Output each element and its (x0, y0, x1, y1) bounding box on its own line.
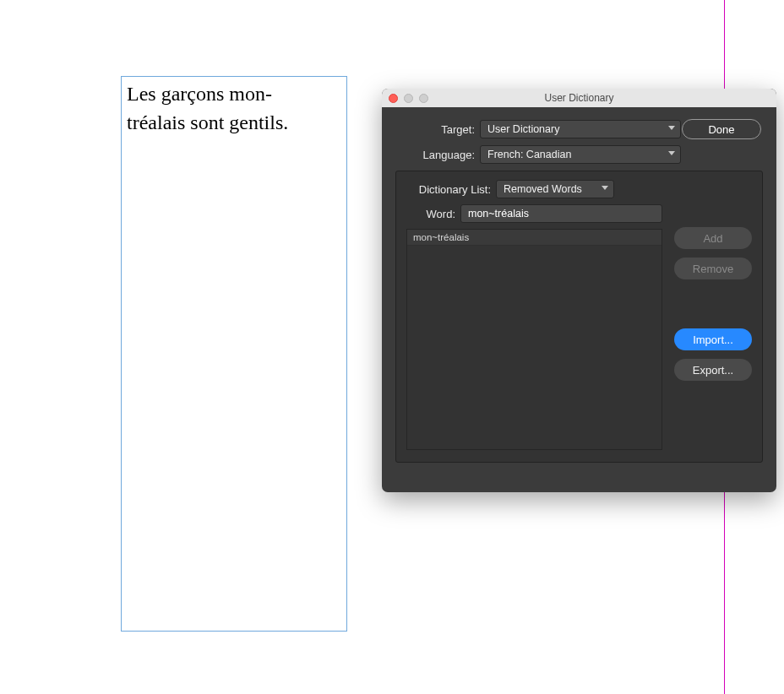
text-frame[interactable]: Les garçons mon- tréalais sont gentils. (121, 76, 347, 632)
language-label: Language: (395, 149, 475, 161)
maximize-window-button (419, 94, 428, 103)
text-line-2: tréalais sont gentils. (127, 111, 288, 133)
export-button[interactable]: Export... (674, 359, 752, 381)
button-spacer (674, 288, 752, 320)
word-label: Word: (406, 208, 455, 220)
chevron-down-icon (668, 151, 675, 158)
word-list[interactable]: mon~tréalais (406, 229, 662, 450)
language-row: Language: French: Canadian (395, 145, 763, 164)
document-text[interactable]: Les garçons mon- tréalais sont gentils. (127, 80, 341, 137)
dictionary-section: Dictionary List: Removed Words Word: mon… (395, 171, 763, 463)
dialog-title: User Dictionary (382, 92, 776, 104)
traffic-lights (389, 94, 428, 103)
language-select-value: French: Canadian (487, 149, 571, 160)
language-select[interactable]: French: Canadian (480, 145, 681, 164)
close-window-button[interactable] (389, 94, 398, 103)
dialog-titlebar[interactable]: User Dictionary (382, 89, 776, 107)
target-select[interactable]: User Dictionary (480, 120, 681, 138)
text-line-1: Les garçons mon- (127, 83, 272, 105)
add-button: Add (674, 227, 752, 249)
dictionary-list-value: Removed Words (504, 183, 582, 195)
list-item[interactable]: mon~tréalais (407, 230, 662, 246)
dictionary-list-label: Dictionary List: (406, 183, 491, 196)
import-button[interactable]: Import... (674, 328, 752, 350)
dictionary-left-column: Dictionary List: Removed Words Word: mon… (406, 180, 662, 450)
dialog-body: Target: User Dictionary Done Language: F… (382, 107, 776, 476)
dictionary-list-row: Dictionary List: Removed Words (406, 180, 662, 198)
chevron-down-icon (602, 186, 608, 192)
minimize-window-button (404, 94, 413, 103)
done-button[interactable]: Done (682, 119, 761, 139)
dictionary-list-select[interactable]: Removed Words (496, 180, 614, 198)
target-select-value: User Dictionary (487, 123, 559, 135)
user-dictionary-dialog: User Dictionary Target: User Dictionary … (382, 89, 776, 492)
chevron-down-icon (668, 126, 675, 133)
word-input[interactable] (460, 204, 662, 223)
target-row: Target: User Dictionary Done (395, 119, 763, 139)
dictionary-right-column: Add Remove Import... Export... (674, 180, 752, 450)
target-label: Target: (395, 123, 475, 136)
word-row: Word: (406, 204, 662, 223)
remove-button: Remove (674, 258, 752, 279)
